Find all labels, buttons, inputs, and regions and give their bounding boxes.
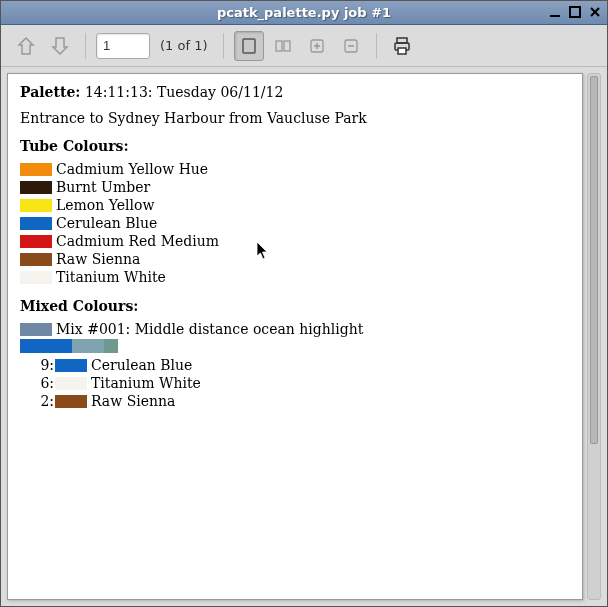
colour-name: Titanium White [56,269,166,285]
gradient-segment [104,339,118,353]
vertical-scrollbar[interactable] [587,73,601,600]
print-button[interactable] [387,31,417,61]
app-window: pcatk_palette.py job #1 (1 of 1) [0,0,608,607]
svg-rect-5 [276,41,282,51]
page-count-label: (1 of 1) [160,38,207,53]
colour-name: Titanium White [91,375,201,391]
mix-header-row: Mix #001: Middle distance ocean highligh… [20,320,570,338]
fit-width-button[interactable] [268,31,298,61]
colour-swatch [20,181,52,194]
colour-name: Cerulean Blue [56,215,157,231]
scroll-thumb[interactable] [590,76,598,444]
colour-name: Raw Sienna [56,251,140,267]
mixed-colours-heading: Mixed Colours: [20,298,570,314]
zoom-in-button[interactable] [302,31,332,61]
mix-ratio: 2: [40,393,54,409]
tube-colour-row: Raw Sienna [20,250,570,268]
window-controls [547,4,603,20]
mix-swatch [20,323,52,336]
zoom-out-button[interactable] [336,31,366,61]
page-number-input[interactable] [96,33,150,59]
mix-part-row: 2:Raw Sienna [20,392,570,410]
mix-parts-list: 9:Cerulean Blue6:Titanium White2:Raw Sie… [20,356,570,410]
colour-name: Lemon Yellow [56,197,154,213]
colour-swatch [55,377,87,390]
toolbar-separator [376,33,377,59]
tube-colour-row: Lemon Yellow [20,196,570,214]
svg-rect-4 [243,39,255,53]
palette-title: Entrance to Sydney Harbour from Vaucluse… [20,110,570,126]
mix-part-row: 9:Cerulean Blue [20,356,570,374]
tube-colour-row: Cerulean Blue [20,214,570,232]
next-page-button[interactable] [45,31,75,61]
svg-rect-14 [398,48,406,54]
gradient-segment [20,339,72,353]
document-page: Palette: 14:11:13: Tuesday 06/11/12 Entr… [7,73,583,600]
svg-rect-0 [550,15,560,17]
mix-label: Mix #001: Middle distance ocean highligh… [56,321,363,337]
colour-swatch [20,253,52,266]
colour-name: Cadmium Red Medium [56,233,219,249]
colour-name: Burnt Umber [56,179,150,195]
window-title: pcatk_palette.py job #1 [217,5,391,20]
mix-part-row: 6:Titanium White [20,374,570,392]
maximize-button[interactable] [567,4,583,20]
gradient-segment [72,339,104,353]
colour-name: Raw Sienna [91,393,175,409]
tube-colour-row: Burnt Umber [20,178,570,196]
colour-swatch [20,199,52,212]
tube-colours-list: Cadmium Yellow HueBurnt UmberLemon Yello… [20,160,570,286]
tube-colour-row: Cadmium Yellow Hue [20,160,570,178]
palette-timestamp: 14:11:13: Tuesday 06/11/12 [85,84,283,100]
close-button[interactable] [587,4,603,20]
colour-swatch [55,395,87,408]
fit-page-button[interactable] [234,31,264,61]
palette-label: Palette: [20,84,80,100]
mix-ratio: 6: [40,375,54,391]
toolbar: (1 of 1) [1,25,607,67]
colour-swatch [55,359,87,372]
colour-swatch [20,163,52,176]
palette-header: Palette: 14:11:13: Tuesday 06/11/12 [20,84,570,100]
tube-colour-row: Cadmium Red Medium [20,232,570,250]
svg-rect-1 [570,7,580,17]
tube-colours-heading: Tube Colours: [20,138,570,154]
minimize-button[interactable] [547,4,563,20]
toolbar-separator [223,33,224,59]
mix-gradient [20,339,570,353]
colour-swatch [20,217,52,230]
toolbar-separator [85,33,86,59]
prev-page-button[interactable] [11,31,41,61]
colour-swatch [20,271,52,284]
content-area: Palette: 14:11:13: Tuesday 06/11/12 Entr… [1,67,607,606]
colour-swatch [20,235,52,248]
colour-name: Cadmium Yellow Hue [56,161,208,177]
mix-ratio: 9: [40,357,54,373]
titlebar: pcatk_palette.py job #1 [1,1,607,25]
colour-name: Cerulean Blue [91,357,192,373]
svg-rect-6 [284,41,290,51]
tube-colour-row: Titanium White [20,268,570,286]
